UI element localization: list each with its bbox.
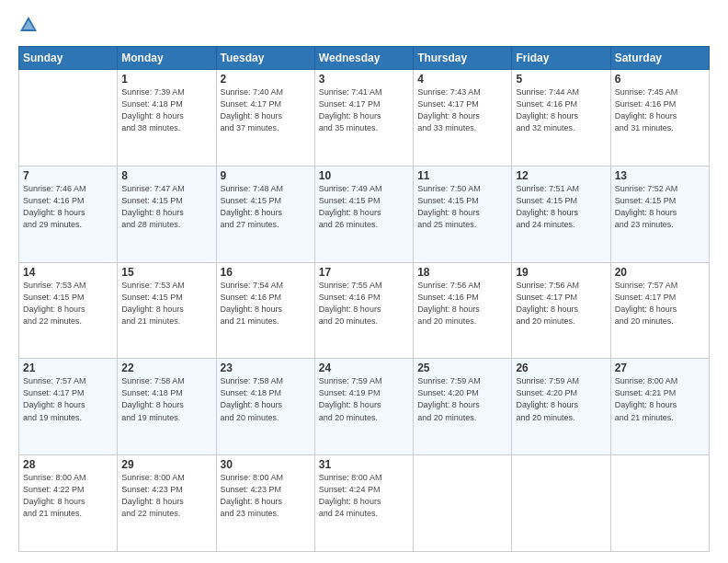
- calendar-day-cell: 21Sunrise: 7:57 AM Sunset: 4:17 PM Dayli…: [19, 359, 118, 455]
- day-number: 12: [516, 169, 606, 182]
- weekday-header: Friday: [512, 47, 610, 70]
- calendar-day-cell: 18Sunrise: 7:56 AM Sunset: 4:16 PM Dayli…: [414, 262, 512, 359]
- calendar-week-row: 28Sunrise: 8:00 AM Sunset: 4:22 PM Dayli…: [19, 455, 710, 552]
- day-info: Sunrise: 7:47 AM Sunset: 4:15 PM Dayligh…: [121, 183, 211, 231]
- calendar-day-cell: 29Sunrise: 8:00 AM Sunset: 4:23 PM Dayli…: [118, 455, 216, 552]
- day-number: 29: [121, 458, 211, 471]
- day-number: 5: [516, 73, 606, 86]
- day-info: Sunrise: 7:52 AM Sunset: 4:15 PM Dayligh…: [615, 183, 705, 231]
- day-number: 26: [516, 362, 606, 374]
- day-info: Sunrise: 7:55 AM Sunset: 4:16 PM Dayligh…: [319, 280, 409, 327]
- calendar-day-cell: 1Sunrise: 7:39 AM Sunset: 4:18 PM Daylig…: [118, 70, 216, 167]
- day-info: Sunrise: 7:56 AM Sunset: 4:16 PM Dayligh…: [417, 280, 507, 327]
- day-info: Sunrise: 7:50 AM Sunset: 4:15 PM Dayligh…: [417, 183, 507, 231]
- weekday-header: Saturday: [610, 47, 709, 70]
- calendar-day-cell: 15Sunrise: 7:53 AM Sunset: 4:15 PM Dayli…: [118, 262, 216, 359]
- calendar-day-cell: 3Sunrise: 7:41 AM Sunset: 4:17 PM Daylig…: [314, 70, 413, 167]
- day-number: 4: [417, 73, 507, 86]
- day-number: 24: [319, 362, 409, 374]
- calendar-day-cell: 10Sunrise: 7:49 AM Sunset: 4:15 PM Dayli…: [314, 166, 413, 262]
- calendar-day-cell: 9Sunrise: 7:48 AM Sunset: 4:15 PM Daylig…: [216, 166, 314, 262]
- day-number: 11: [417, 169, 507, 182]
- day-info: Sunrise: 7:53 AM Sunset: 4:15 PM Dayligh…: [23, 280, 113, 327]
- day-info: Sunrise: 7:43 AM Sunset: 4:17 PM Dayligh…: [417, 86, 507, 134]
- day-number: 8: [121, 169, 211, 182]
- calendar-day-cell: 23Sunrise: 7:58 AM Sunset: 4:18 PM Dayli…: [216, 359, 314, 455]
- day-number: 22: [121, 362, 211, 374]
- day-number: 14: [23, 266, 113, 279]
- calendar-day-cell: 30Sunrise: 8:00 AM Sunset: 4:23 PM Dayli…: [216, 455, 314, 552]
- calendar-day-cell: 11Sunrise: 7:50 AM Sunset: 4:15 PM Dayli…: [414, 166, 512, 262]
- calendar-day-cell: [19, 70, 118, 167]
- calendar-week-row: 1Sunrise: 7:39 AM Sunset: 4:18 PM Daylig…: [19, 70, 710, 167]
- day-info: Sunrise: 7:53 AM Sunset: 4:15 PM Dayligh…: [121, 280, 211, 327]
- day-number: 30: [221, 458, 311, 471]
- day-info: Sunrise: 7:59 AM Sunset: 4:20 PM Dayligh…: [516, 375, 606, 423]
- day-number: 13: [615, 169, 705, 182]
- day-number: 6: [615, 73, 705, 86]
- calendar-day-cell: 5Sunrise: 7:44 AM Sunset: 4:16 PM Daylig…: [512, 70, 610, 167]
- day-number: 2: [221, 73, 311, 86]
- calendar-day-cell: [512, 455, 610, 552]
- day-number: 1: [121, 73, 211, 86]
- day-info: Sunrise: 7:59 AM Sunset: 4:20 PM Dayligh…: [417, 375, 507, 423]
- calendar-day-cell: 16Sunrise: 7:54 AM Sunset: 4:16 PM Dayli…: [216, 262, 314, 359]
- calendar-day-cell: 2Sunrise: 7:40 AM Sunset: 4:17 PM Daylig…: [216, 70, 314, 167]
- day-number: 27: [615, 362, 705, 374]
- weekday-header: Thursday: [414, 47, 512, 70]
- calendar-day-cell: 26Sunrise: 7:59 AM Sunset: 4:20 PM Dayli…: [512, 359, 610, 455]
- day-number: 3: [319, 73, 409, 86]
- day-number: 31: [319, 458, 409, 471]
- calendar-day-cell: 7Sunrise: 7:46 AM Sunset: 4:16 PM Daylig…: [19, 166, 118, 262]
- calendar-day-cell: 25Sunrise: 7:59 AM Sunset: 4:20 PM Dayli…: [414, 359, 512, 455]
- day-number: 20: [615, 266, 705, 279]
- day-info: Sunrise: 7:59 AM Sunset: 4:19 PM Dayligh…: [319, 375, 409, 423]
- calendar-week-row: 21Sunrise: 7:57 AM Sunset: 4:17 PM Dayli…: [19, 359, 710, 455]
- day-info: Sunrise: 7:57 AM Sunset: 4:17 PM Dayligh…: [615, 280, 705, 327]
- day-info: Sunrise: 7:41 AM Sunset: 4:17 PM Dayligh…: [319, 86, 409, 134]
- day-info: Sunrise: 7:45 AM Sunset: 4:16 PM Dayligh…: [615, 86, 705, 134]
- day-number: 9: [221, 169, 311, 182]
- day-number: 25: [417, 362, 507, 374]
- day-info: Sunrise: 8:00 AM Sunset: 4:23 PM Dayligh…: [221, 472, 311, 520]
- weekday-header: Wednesday: [314, 47, 413, 70]
- day-number: 28: [23, 458, 113, 471]
- day-number: 23: [221, 362, 311, 374]
- day-info: Sunrise: 8:00 AM Sunset: 4:22 PM Dayligh…: [23, 472, 113, 520]
- calendar-day-cell: 24Sunrise: 7:59 AM Sunset: 4:19 PM Dayli…: [314, 359, 413, 455]
- day-number: 16: [221, 266, 311, 279]
- day-number: 18: [417, 266, 507, 279]
- calendar-header: SundayMondayTuesdayWednesdayThursdayFrid…: [19, 47, 710, 70]
- calendar-day-cell: 14Sunrise: 7:53 AM Sunset: 4:15 PM Dayli…: [19, 262, 118, 359]
- weekday-header: Monday: [118, 47, 216, 70]
- calendar-day-cell: 13Sunrise: 7:52 AM Sunset: 4:15 PM Dayli…: [610, 166, 709, 262]
- calendar-body: 1Sunrise: 7:39 AM Sunset: 4:18 PM Daylig…: [19, 70, 710, 552]
- weekday-header: Sunday: [19, 47, 118, 70]
- day-info: Sunrise: 7:49 AM Sunset: 4:15 PM Dayligh…: [319, 183, 409, 231]
- day-number: 10: [319, 169, 409, 182]
- calendar-day-cell: [414, 455, 512, 552]
- calendar-day-cell: 4Sunrise: 7:43 AM Sunset: 4:17 PM Daylig…: [414, 70, 512, 167]
- header: [18, 17, 710, 37]
- calendar-day-cell: 28Sunrise: 8:00 AM Sunset: 4:22 PM Dayli…: [19, 455, 118, 552]
- header-row: SundayMondayTuesdayWednesdayThursdayFrid…: [19, 47, 710, 70]
- calendar-day-cell: 17Sunrise: 7:55 AM Sunset: 4:16 PM Dayli…: [314, 262, 413, 359]
- calendar-day-cell: 22Sunrise: 7:58 AM Sunset: 4:18 PM Dayli…: [118, 359, 216, 455]
- day-info: Sunrise: 8:00 AM Sunset: 4:21 PM Dayligh…: [615, 375, 705, 423]
- day-number: 19: [516, 266, 606, 279]
- calendar-week-row: 14Sunrise: 7:53 AM Sunset: 4:15 PM Dayli…: [19, 262, 710, 359]
- day-number: 15: [121, 266, 211, 279]
- day-info: Sunrise: 7:40 AM Sunset: 4:17 PM Dayligh…: [221, 86, 311, 134]
- page: SundayMondayTuesdayWednesdayThursdayFrid…: [0, 0, 728, 563]
- calendar-week-row: 7Sunrise: 7:46 AM Sunset: 4:16 PM Daylig…: [19, 166, 710, 262]
- calendar-table: SundayMondayTuesdayWednesdayThursdayFrid…: [18, 46, 710, 552]
- calendar-day-cell: 19Sunrise: 7:56 AM Sunset: 4:17 PM Dayli…: [512, 262, 610, 359]
- day-info: Sunrise: 7:46 AM Sunset: 4:16 PM Dayligh…: [23, 183, 113, 231]
- day-info: Sunrise: 7:58 AM Sunset: 4:18 PM Dayligh…: [121, 375, 211, 423]
- calendar-day-cell: 8Sunrise: 7:47 AM Sunset: 4:15 PM Daylig…: [118, 166, 216, 262]
- day-info: Sunrise: 7:51 AM Sunset: 4:15 PM Dayligh…: [516, 183, 606, 231]
- calendar-day-cell: 27Sunrise: 8:00 AM Sunset: 4:21 PM Dayli…: [610, 359, 709, 455]
- day-info: Sunrise: 7:54 AM Sunset: 4:16 PM Dayligh…: [221, 280, 311, 327]
- weekday-header: Tuesday: [216, 47, 314, 70]
- calendar-day-cell: 12Sunrise: 7:51 AM Sunset: 4:15 PM Dayli…: [512, 166, 610, 262]
